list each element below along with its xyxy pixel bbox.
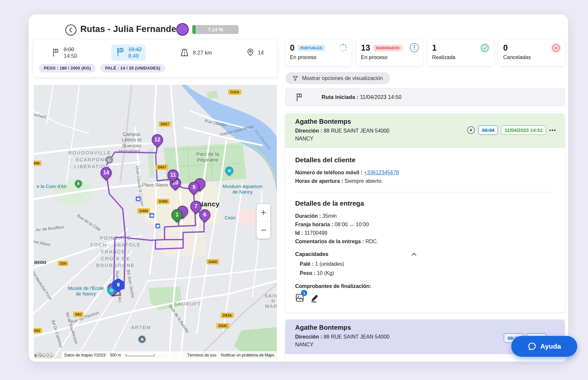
end-actual-time: 8:49 bbox=[128, 53, 142, 59]
puntuales-badge: PUNTUALES bbox=[298, 45, 325, 51]
map-attribution: s-lès-Na Google Datos de mapas ©2023 500… bbox=[34, 351, 277, 359]
demorados-subtitle: En proceso bbox=[361, 55, 418, 60]
info-icon bbox=[409, 43, 419, 54]
actual-eta-chip: 11/04/2023 14:51 bbox=[501, 125, 546, 135]
route-started-bar: Ruta iniciada : 11/04/2023 14:50 bbox=[285, 88, 565, 106]
stop-marker-9[interactable]: 9 bbox=[188, 182, 199, 193]
address-label: Dirección : bbox=[295, 334, 322, 340]
duration-value: 35min bbox=[323, 213, 337, 219]
map-scale-label: 500 m bbox=[110, 353, 121, 357]
photo-proof-button[interactable]: 1 bbox=[295, 293, 304, 304]
status-card-demorados[interactable]: 13 DEMORADOS En proceso bbox=[357, 40, 423, 66]
map-report-link[interactable]: Notificar un problema de Maps bbox=[221, 353, 274, 357]
main-window: Rutas - Julia Fernandez 7.14 % 8:00 14:5… bbox=[29, 14, 568, 362]
map-terms-link[interactable]: Términos de uso bbox=[187, 353, 216, 357]
header: Rutas - Julia Fernandez 7.14 % bbox=[29, 14, 568, 37]
transit-station-icon bbox=[155, 224, 160, 229]
progress-label: 7.14 % bbox=[192, 25, 239, 34]
zoom-out-button[interactable]: − bbox=[257, 222, 270, 239]
delivery-card-1-header[interactable]: Agathe Bontemps Dirección : 88 RUE SAINT… bbox=[285, 114, 565, 148]
delivery-details-title: Detalles de la entrega bbox=[295, 199, 555, 207]
status-card-puntuales[interactable]: 0 PUNTUALES En proceso bbox=[285, 40, 352, 66]
more-options-button[interactable]: ••• bbox=[549, 127, 556, 133]
road-badge-D93C: D93C bbox=[216, 323, 230, 328]
status-card-realizada[interactable]: 1 Realizada bbox=[428, 40, 494, 66]
phone-link[interactable]: +33612345678 bbox=[364, 170, 399, 175]
park-pin-icon bbox=[75, 180, 82, 187]
delivery-card-1: Agathe Bontemps Dirección : 88 RUE SAINT… bbox=[285, 114, 565, 312]
check-icon bbox=[480, 43, 490, 53]
delivery-id-value: 11700499 bbox=[304, 230, 327, 236]
start-time-stat: 8:00 14:50 bbox=[51, 46, 77, 59]
campus-poi-icon bbox=[106, 156, 113, 163]
page-title: Rutas - Julia Fernandez bbox=[80, 24, 181, 34]
comments-value: RDC. bbox=[365, 239, 378, 244]
stop-marker-14[interactable]: 14 bbox=[101, 167, 112, 178]
planned-eta-chip: 08:04 bbox=[478, 125, 498, 135]
time-window-label: Franja horaria : bbox=[295, 222, 333, 227]
help-button[interactable]: Ayuda bbox=[511, 336, 577, 357]
phone-label: Número de teléfono móvil : bbox=[295, 170, 362, 175]
location-pin-icon bbox=[246, 48, 255, 57]
back-button[interactable] bbox=[65, 24, 76, 36]
display-options-button[interactable]: Mostrar opciones de visualización bbox=[285, 72, 390, 84]
demorados-badge: DEMORADOS bbox=[373, 45, 402, 51]
signature-proof-button[interactable] bbox=[310, 293, 320, 304]
distance-value: 8.27 km bbox=[193, 50, 212, 56]
demorados-count: 13 bbox=[361, 43, 370, 53]
puntuales-count: 0 bbox=[290, 43, 294, 53]
flag-icon bbox=[295, 92, 304, 102]
route-started-label: Ruta iniciada : bbox=[322, 94, 358, 100]
pallet-capacity-pill: PALÉ : 14 / 20 (UNIDADES) bbox=[100, 64, 165, 72]
map-scale-bar bbox=[126, 354, 154, 356]
school-poi-icon bbox=[138, 336, 146, 343]
pallet-value: 1 (unidades) bbox=[315, 261, 344, 267]
road-badge-D92: D92 bbox=[34, 328, 42, 333]
client-details-title: Detalles del cliente bbox=[295, 156, 555, 164]
map-label: POINCARÉFOCH - ANATOLEFRANCE -CROIX DEBO… bbox=[90, 235, 141, 269]
stop-marker-1[interactable]: 1 bbox=[171, 209, 183, 220]
map-copyright: Datos de mapas ©2023 bbox=[64, 353, 105, 357]
puntuales-subtitle: En proceso bbox=[290, 55, 347, 60]
road-badge-D400: D400 bbox=[157, 199, 169, 204]
map-label: CampusLettres etSciencesHumaines... bbox=[119, 132, 144, 154]
target-icon bbox=[467, 126, 475, 135]
route-map[interactable]: D32AD657D657D400D400D400D400D39D92D92D93… bbox=[34, 85, 277, 359]
status-cards: 0 PUNTUALES En proceso 13 DEMORADOS En p… bbox=[285, 40, 565, 66]
address-line2: NANCY bbox=[295, 136, 313, 141]
stop-marker-12[interactable]: 12 bbox=[152, 134, 163, 145]
metro-station-icon: M bbox=[225, 166, 233, 175]
opening-hours-label: Horas de apertura : bbox=[295, 178, 343, 184]
distance-stat: 8.27 km bbox=[180, 48, 212, 57]
vehicle-position-icon[interactable] bbox=[112, 278, 125, 292]
delivery-id-label: Id : bbox=[295, 230, 303, 236]
display-options-label: Mostrar opciones de visualización bbox=[302, 75, 383, 81]
finish-flag-icon bbox=[115, 47, 125, 58]
filter-icon bbox=[293, 75, 298, 81]
stop-marker-6[interactable]: 6 bbox=[199, 209, 210, 220]
map-label: Muséum-Aquariumde Nancy bbox=[223, 184, 263, 195]
time-window-value: 08:00 ↔ 10:00 bbox=[335, 222, 369, 227]
transit-station-icon bbox=[136, 197, 141, 201]
pallet-label: Palé : bbox=[300, 261, 314, 267]
driver-avatar[interactable] bbox=[176, 23, 189, 36]
customer-name: Agathe Bontemps bbox=[295, 118, 555, 125]
map-label: SAIN- RMAR bbox=[264, 293, 277, 309]
flag-icon bbox=[51, 48, 60, 57]
map-label: Parc de laPépinière bbox=[196, 151, 219, 163]
weight-label: Peso : bbox=[300, 270, 315, 276]
road-badge-D32A: D32A bbox=[228, 89, 241, 95]
map-zoom-control: + − bbox=[257, 204, 270, 239]
opening-hours-value: Siempre abierto bbox=[344, 178, 381, 184]
map-label: ARTEM bbox=[131, 325, 151, 330]
canceladas-subtitle: Canceladas bbox=[503, 55, 560, 60]
zoom-in-button[interactable]: + bbox=[257, 204, 270, 221]
road-badge-D39: D39 bbox=[58, 261, 68, 266]
stop-marker-11[interactable]: 11 bbox=[167, 169, 179, 181]
status-card-canceladas[interactable]: 0 Canceladas bbox=[499, 40, 565, 66]
help-label: Ayuda bbox=[540, 342, 561, 350]
weight-capacity-pill: PESO : 180 / 2000 (KG) bbox=[39, 64, 96, 72]
map-label: SAURUPT bbox=[174, 301, 201, 307]
duration-label: Duración : bbox=[295, 213, 321, 219]
capacities-toggle[interactable]: Capacidades bbox=[295, 251, 417, 257]
